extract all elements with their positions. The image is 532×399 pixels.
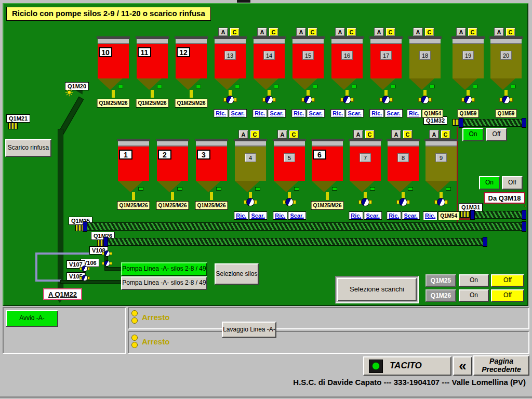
silo-14-valve-icon[interactable] [265, 96, 273, 104]
silo-9-valve-icon[interactable] [437, 198, 445, 206]
level-sensor-icon [157, 85, 162, 88]
avvio-a-button[interactable]: Avvio -A- [6, 310, 58, 327]
silo-top-band [388, 141, 419, 147]
silo-8-sublabel[interactable]: Scar. [402, 211, 419, 220]
silo-13-sublabel[interactable]: Scar. [229, 109, 246, 117]
silo-16-c-button[interactable]: C [347, 28, 356, 36]
silo-4-sublabel[interactable]: Scar. [249, 211, 267, 220]
silo-5-sublabel[interactable]: Ric. [273, 211, 287, 220]
silo-13-c-button[interactable]: C [230, 28, 240, 36]
silo-4-a-button[interactable]: A [238, 130, 248, 139]
silo-17-sublabel[interactable]: Scar. [384, 109, 402, 117]
silo-8-body [388, 147, 419, 181]
silo-15-body [292, 44, 324, 78]
silo-top-band [312, 141, 343, 147]
silo-18-sublabel[interactable]: Ric. [407, 109, 421, 118]
silo-7-sublabel[interactable]: Ric. [349, 211, 363, 220]
silo-17-valve-icon[interactable] [382, 96, 390, 104]
silo-7-a-button[interactable]: A [353, 130, 363, 139]
silo-9-a-button[interactable]: A [429, 130, 439, 139]
silo-5-sublabels: Ric.Scar. [273, 211, 306, 220]
silo-13-body [215, 44, 246, 78]
silo-8-valve-icon[interactable] [399, 198, 407, 206]
silo-18-c-button[interactable]: C [424, 28, 434, 36]
silo-15-sublabel[interactable]: Ric. [291, 109, 306, 117]
silo-15-valve-icon[interactable] [304, 96, 312, 104]
silo-1-number: 1 [119, 150, 132, 159]
silo-15-a-button[interactable]: A [296, 28, 306, 36]
silo-2-sublabels: Q1M25/M26 [156, 201, 189, 210]
silo-outlet-pipe [112, 90, 115, 98]
silo-14-body [254, 44, 285, 78]
silo-8-sublabel[interactable]: Ric. [387, 211, 401, 220]
silo-7-sublabel[interactable]: Scar. [364, 211, 381, 220]
silo-1-sublabel: Q1M25/M26 [117, 201, 150, 210]
silo-18-body [409, 44, 441, 78]
silo-top-band [274, 141, 305, 147]
tacito-button[interactable]: TACITO [363, 356, 451, 376]
silo-18-valve-icon[interactable] [421, 96, 429, 104]
silo-19-valve-icon[interactable] [464, 96, 472, 104]
silo-5-a-button[interactable]: A [277, 130, 287, 139]
silo-6-number: 6 [313, 150, 326, 159]
pagina-line1: Pagina [489, 357, 513, 365]
silo-top-band [350, 141, 381, 147]
silo-8-a-button[interactable]: A [391, 130, 401, 139]
silo-14-a-button[interactable]: A [257, 28, 267, 36]
silo-4-sublabel[interactable]: Ric. [234, 211, 248, 220]
silo-14-sublabel[interactable]: Ric. [252, 109, 267, 117]
silo-8-sublabels: Ric.Scar. [387, 211, 420, 220]
silo-17-sublabel[interactable]: Ric. [369, 109, 384, 117]
silo-15-sublabel[interactable]: Scar. [307, 109, 324, 117]
silo-15: AC15Ric.Scar. [291, 36, 325, 122]
silo-6-sublabel: Q1M25/M26 [311, 201, 343, 210]
silo-15-c-button[interactable]: C [308, 28, 317, 36]
silo-2: 2Q1M25/M26 [156, 139, 189, 224]
status-lamp-icon [131, 342, 138, 348]
silo-17-mode-switches: AC [374, 28, 395, 36]
silo-4-valve-icon[interactable] [246, 198, 255, 206]
silo-18-a-button[interactable]: A [413, 28, 423, 36]
silo-19-c-button[interactable]: C [468, 28, 477, 36]
silo-17-c-button[interactable]: C [385, 28, 395, 36]
silo-7-valve-icon[interactable] [361, 198, 369, 206]
silo-top-band [98, 39, 129, 44]
silo-16-valve-icon[interactable] [343, 96, 351, 104]
silo-11-number: 11 [138, 47, 151, 57]
silo-20-a-button[interactable]: A [494, 28, 504, 36]
silo-16-sublabel[interactable]: Ric. [330, 109, 345, 117]
silo-13-a-button[interactable]: A [218, 28, 228, 36]
silo-19-a-button[interactable]: A [456, 28, 466, 36]
silo-13-sublabels: Ric.Scar. [214, 109, 247, 117]
silo-16-sublabel[interactable]: Scar. [345, 109, 363, 117]
silo-outlet-pipe [171, 192, 174, 200]
silo-9-sublabel[interactable]: Ric. [423, 211, 437, 220]
silo-5-sublabel[interactable]: Scar. [288, 211, 305, 220]
previous-page-arrow-button[interactable]: « [453, 356, 472, 376]
silo-12-sublabel: Q1M25/M26 [175, 99, 207, 108]
silo-4-mode-switches: AC [238, 130, 260, 139]
silo-13-valve-icon[interactable] [226, 96, 234, 104]
silo-18-sublabels: Ric.Q1M54 [407, 109, 443, 118]
silo-7-c-button[interactable]: C [365, 130, 375, 139]
silo-13-sublabel[interactable]: Ric. [214, 109, 228, 117]
silo-8-c-button[interactable]: C [403, 130, 413, 139]
pagina-precedente-button[interactable]: Pagina Precedente [473, 355, 529, 376]
silo-7-body [350, 147, 381, 181]
silo-20-valve-icon[interactable] [502, 96, 510, 104]
silo-4-c-button[interactable]: C [250, 130, 260, 139]
silo-14-c-button[interactable]: C [269, 28, 278, 36]
silo-17-a-button[interactable]: A [374, 28, 384, 36]
silo-9-c-button[interactable]: C [441, 130, 450, 139]
silo-17-body [370, 44, 402, 78]
lavaggio-linea-a-button[interactable]: Lavaggio Linea -A- [222, 322, 276, 338]
silo-13-number: 13 [224, 51, 236, 60]
silo-9-body [425, 147, 457, 181]
silo-16-a-button[interactable]: A [335, 28, 345, 36]
silo-20-c-button[interactable]: C [506, 28, 515, 36]
level-sensor-icon [332, 187, 337, 191]
silo-5-valve-icon[interactable] [285, 198, 294, 206]
silo-14-sublabel[interactable]: Scar. [268, 109, 285, 117]
silo-6-sublabels: Q1M25/M26 [311, 201, 343, 210]
silo-5-c-button[interactable]: C [289, 130, 299, 139]
